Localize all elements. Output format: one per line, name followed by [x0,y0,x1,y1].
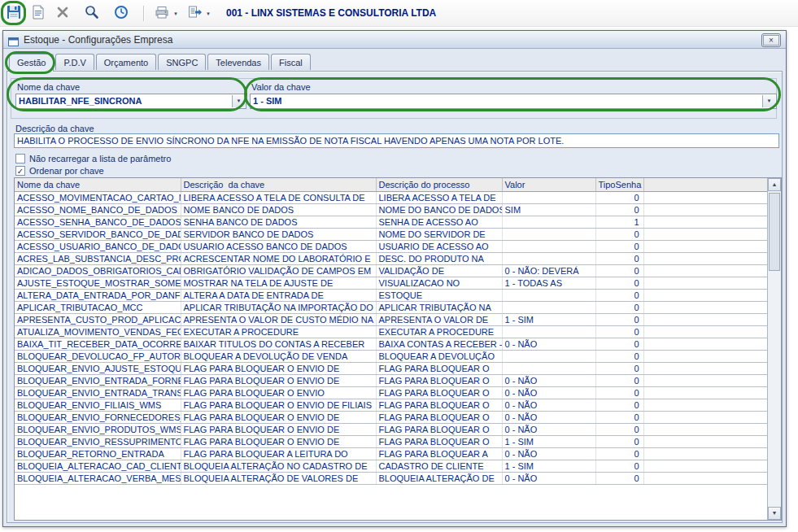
table-row[interactable]: APRESENTA_CUSTO_PROD_APLICACAPRESENTA O … [15,313,767,325]
cell-filler [643,240,767,252]
cell: 0 - NÃO [502,374,595,386]
cell: ACRESCENTAR NOME DO LABORATÓRIO E [181,252,376,264]
cell: BLOQUEAR_RETORNO_ENTRADA [15,447,181,460]
window-close-frame: × [761,33,781,47]
delete-button[interactable] [52,3,73,24]
cell-filler [643,325,767,338]
scrollbar-thumb[interactable] [769,193,780,271]
table-row[interactable]: ACESSO_USUARIO_BANCO_DE_DADCUSUARIO ACES… [15,240,767,252]
company-label: 001 - LINX SISTEMAS E CONSULTORIA LTDA [226,0,436,27]
cell: 0 - NÃO [502,423,595,435]
table-row[interactable]: ACRES_LAB_SUBSTANCIA_DESC_PROACRESCENTAR… [15,252,767,264]
cell: BLOQUEIA ALTERAÇÃO DE [376,472,502,484]
cell: FLAG PARA BLOQUEAR O [376,411,502,423]
cell-filler [643,460,767,472]
table-row[interactable]: BLOQUEAR_ENVIO_PRODUTOS_WMSFLAG PARA BLO… [15,423,767,435]
table-row[interactable]: BLOQUEAR_ENVIO_FORNECEDORES_FLAG PARA BL… [15,411,767,423]
table-row[interactable]: BAIXA_TIT_RECEBER_DATA_OCORREBAIXAR TITU… [15,338,767,350]
table-row[interactable]: BLOQUEAR_DEVOLUCAO_FP_AUTORIBLOQUEAR A D… [15,350,767,362]
close-button[interactable]: × [763,35,779,46]
document-button[interactable] [28,3,49,24]
print-button[interactable] [151,3,172,24]
table-row[interactable]: BLOQUEAR_ENVIO_AJUSTE_ESTOQUFLAG PARA BL… [15,362,767,374]
ordenar-por-chave-checkbox[interactable]: ✓ [15,166,25,176]
search-button[interactable] [81,3,102,24]
table-row[interactable]: BLOQUEAR_ENVIO_ENTRADA_TRANSFLAG PARA BL… [15,386,767,399]
grid-vertical-scrollbar[interactable]: ▲ ▼ [767,178,781,520]
cell: CADASTRO DE CLIENTE [376,460,502,472]
history-button[interactable] [111,3,132,24]
cell: 0 - NÃO [502,472,595,484]
chevron-down-icon[interactable]: ▼ [762,95,775,107]
tab-gestao[interactable]: Gestão [9,54,54,72]
cell: BLOQUEIA_ALTERACAO_CAD_CLIENT [15,460,181,472]
col-header-descricao[interactable]: Descrição da chave [181,178,376,191]
table-row[interactable]: BLOQUEAR_ENVIO_RESSUPRIMENTOFLAG PARA BL… [15,435,767,447]
cell [502,301,595,313]
cell-filler [643,191,767,203]
cell: OBRIGATÓRIO VALIDAÇÃO DE CAMPOS EM [181,264,376,277]
cell: EXECUTAR A PROCEDURE [181,325,376,338]
table-row[interactable]: ATUALIZA_MOVIMENTO_VENDAS_FECEXECUTAR A … [15,325,767,338]
table-row[interactable]: BLOQUEAR_ENVIO_FILIAIS_WMSFLAG PARA BLOQ… [15,399,767,411]
table-row[interactable]: ACESSO_SENHA_BANCO_DE_DADOSSENHA BANCO D… [15,216,767,228]
report-list-icon [186,4,203,24]
col-header-processo[interactable]: Descrição do processo [376,178,502,191]
cell: BLOQUEIA ALTERAÇÃO NO CADASTRO DE [181,460,376,472]
table-row[interactable]: BLOQUEAR_RETORNO_ENTRADAFLAG PARA BLOQUE… [15,447,767,460]
cell: ACESSO_SERVIDOR_BANCO_DE_DAD [15,228,181,240]
valor-da-chave-combobox[interactable]: 1 - SIM ▼ [250,94,777,109]
nome-da-chave-combobox[interactable]: HABILITAR_NFE_SINCRONA ▼ [15,94,246,109]
window-titlebar[interactable]: Estoque - Configurações Empresa × [3,31,786,49]
tab-fiscal[interactable]: Fiscal [271,54,311,70]
save-button[interactable] [3,3,24,24]
table-row[interactable]: ALTERA_DATA_ENTRADA_POR_DANFALTERA A DAT… [15,289,767,301]
chevron-down-icon[interactable]: ▼ [232,95,245,107]
cell: BAIXA CONTAS A RECEBER - [376,338,502,350]
cell: APRESENTA O VALOR DE CUSTO MÉDIO NA [181,313,376,325]
descricao-da-chave-label: Descrição da chave [15,124,94,133]
magnifier-icon [84,4,100,24]
table-row[interactable]: APLICAR_TRIBUTACAO_MCCAPLICAR TRIBUTAÇÃO… [15,301,767,313]
table-row[interactable]: BLOQUEIA_ALTERACAO_VERBA_MESBLOQUEIA ALT… [15,472,767,484]
cell: ACESSO_NOME_BANCO_DE_DADOS [15,203,181,216]
cell: 1 - TODAS AS [502,277,595,289]
tab-orcamento[interactable]: Orçamento [96,54,156,70]
tab-televendas[interactable]: Televendas [207,54,269,70]
scroll-up-icon[interactable]: ▲ [768,178,781,191]
table-row[interactable]: ACESSO_MOVIMENTACAO_CARTAO_MLIBERA ACESS… [15,191,767,203]
table-row[interactable]: ACESSO_NOME_BANCO_DE_DADOSNOME BANCO DE … [15,203,767,216]
table-row[interactable]: BLOQUEAR_ENVIO_ENTRADA_FORNEFLAG PARA BL… [15,374,767,386]
checkbox-row-nao-recarregar: Não recarregar a lista de parâmetro [15,153,171,164]
tab-pdv[interactable]: P.D.V [55,54,94,70]
cell: APLICAR TRIBUTAÇÃO NA [376,301,502,313]
scroll-down-icon[interactable]: ▼ [768,507,781,520]
cell [502,289,595,301]
col-header-nome[interactable]: Nome da chave [15,178,181,191]
col-header-valor[interactable]: Valor [502,178,595,191]
table-row[interactable]: ACESSO_SERVIDOR_BANCO_DE_DADSERVIDOR BAN… [15,228,767,240]
print-dropdown-arrow-icon[interactable]: ▼ [171,9,181,19]
cell [502,325,595,338]
cell: FLAG PARA BLOQUEAR O ENVIO [181,386,376,399]
cell: 0 [595,350,643,362]
cell-filler [643,264,767,277]
reports-button[interactable] [184,3,205,24]
cell-filler [643,216,767,228]
table-row[interactable]: BLOQUEIA_ALTERACAO_CAD_CLIENTBLOQUEIA AL… [15,460,767,472]
table-row[interactable]: AJUSTE_ESTOQUE_MOSTRAR_SOMEMOSTRAR NA TE… [15,277,767,289]
cell: FLAG PARA BLOQUEAR O ENVIO DE [181,423,376,435]
descricao-da-chave-field[interactable]: HABILITA O PROCESSO DE ENVIO SÍNCRONO DA… [14,133,779,148]
window-icon [8,35,19,50]
col-header-filler [643,178,767,191]
nao-recarregar-checkbox[interactable] [15,154,25,164]
tab-sngpc[interactable]: SNGPC [158,54,206,70]
table-row[interactable]: ADICAO_DADOS_OBRIGATORIOS_CADOBRIGATÓRIO… [15,264,767,277]
cell: EXECUTAR A PROCEDURE [376,325,502,338]
cell: 0 [595,191,643,203]
cell: ADICAO_DADOS_OBRIGATORIOS_CAD [15,264,181,277]
col-header-tiposenha[interactable]: TipoSenha [595,178,643,191]
reports-dropdown-arrow-icon[interactable]: ▼ [203,9,213,19]
cell [502,252,595,264]
ordenar-por-chave-label: Ordenar por chave [29,166,104,176]
